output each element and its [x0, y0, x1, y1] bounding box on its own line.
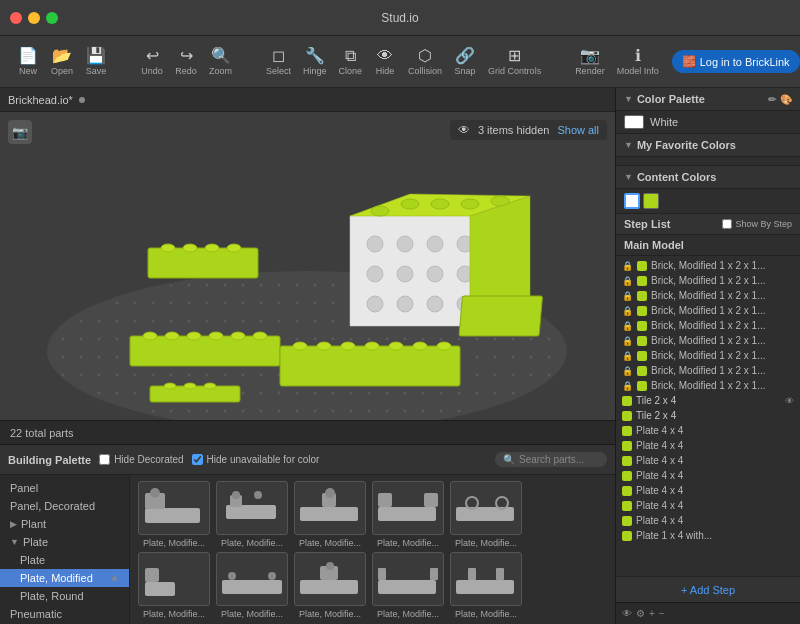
part-cell[interactable]: Plate, Modifie... — [450, 481, 522, 548]
color-swatch[interactable] — [624, 115, 644, 129]
cat-plate-sub[interactable]: Plate — [0, 551, 129, 569]
open-button[interactable]: 📂 Open — [46, 45, 78, 79]
svg-point-20 — [401, 199, 419, 209]
viewport[interactable]: 📷 👁 3 items hidden Show all — [0, 112, 615, 420]
new-button[interactable]: 📄 New — [12, 45, 44, 79]
sidebar-bottom-bar: 👁 ⚙ + − — [616, 602, 800, 624]
undo-button[interactable]: ↩ Undo — [136, 45, 168, 79]
list-item[interactable]: Plate 4 x 4 — [616, 513, 800, 528]
list-item[interactable]: 🔒 Brick, Modified 1 x 2 x 1... — [616, 333, 800, 348]
content-swatch-green[interactable] — [643, 193, 659, 209]
save-button[interactable]: 💾 Save — [80, 45, 112, 79]
svg-point-7 — [427, 236, 443, 252]
edit-icons: ✏ 🎨 — [768, 94, 792, 105]
svg-point-15 — [427, 296, 443, 312]
add-step-button[interactable]: + Add Step — [681, 584, 735, 596]
list-item[interactable]: 🔒 Brick, Modified 1 x 2 x 1... — [616, 318, 800, 333]
palette-icon[interactable]: 🎨 — [780, 94, 792, 105]
list-item[interactable]: Plate 4 x 4 — [616, 483, 800, 498]
list-item[interactable]: Plate 1 x 4 with... — [616, 528, 800, 543]
hide-label: Hide — [376, 66, 395, 76]
list-item[interactable]: 🔒 Brick, Modified 1 x 2 x 1... — [616, 288, 800, 303]
part-cell[interactable]: Plate, Modifie... — [294, 552, 366, 619]
svg-point-45 — [365, 342, 379, 350]
list-item[interactable]: 🔒 Brick, Modified 1 x 2 x 1... — [616, 303, 800, 318]
color-name: White — [650, 116, 792, 128]
camera-view-button[interactable]: 📷 — [8, 120, 32, 144]
grid-controls-button[interactable]: ⊞ Grid Controls — [483, 45, 546, 79]
zoom-button[interactable]: 🔍 Zoom — [204, 45, 237, 79]
cat-panel-decorated[interactable]: Panel, Decorated — [0, 497, 129, 515]
render-button[interactable]: 📷 Render — [570, 45, 610, 79]
svg-rect-76 — [456, 580, 514, 594]
close-button[interactable] — [10, 12, 22, 24]
list-item[interactable]: Plate 4 x 4 — [616, 468, 800, 483]
list-item[interactable]: Plate 4 x 4 — [616, 438, 800, 453]
list-item[interactable]: 🔒 Brick, Modified 1 x 2 x 1... — [616, 258, 800, 273]
cat-plate[interactable]: ▼ Plate — [0, 533, 129, 551]
show-all-button[interactable]: Show all — [557, 124, 599, 136]
parts-search-input[interactable] — [519, 454, 599, 465]
new-label: New — [19, 66, 37, 76]
list-item[interactable]: Tile 2 x 4 — [616, 408, 800, 423]
svg-point-25 — [161, 244, 175, 252]
lock-icon: 🔒 — [622, 261, 633, 271]
part-cell[interactable]: Plate, Modifie... — [372, 481, 444, 548]
part-cell[interactable]: Plate, Modifie... — [294, 481, 366, 548]
palette-toolbar: Building Palette Hide Decorated Hide una… — [0, 445, 615, 475]
hide-icon: 👁 — [377, 48, 393, 64]
hide-unavailable-checkbox[interactable] — [192, 454, 203, 465]
show-by-step-checkbox[interactable] — [722, 219, 732, 229]
list-item[interactable]: Plate 4 x 4 — [616, 423, 800, 438]
settings-icon[interactable]: ⚙ — [636, 608, 645, 619]
svg-point-48 — [437, 342, 451, 350]
parts-row-2: Plate, Modifie... P — [138, 552, 522, 619]
model-info-button[interactable]: ℹ Model Info — [612, 45, 664, 79]
lock-icon: 🔒 — [622, 351, 633, 361]
list-item[interactable]: 🔒 Brick, Modified 1 x 2 x 1... — [616, 348, 800, 363]
list-item[interactable]: 🔒 Brick, Modified 1 x 2 x 1... — [616, 378, 800, 393]
cat-plate-modified[interactable]: Plate, Modified ★ — [0, 569, 129, 587]
bricklink-login-button[interactable]: 🧱 Log in to BrickLink — [672, 50, 800, 73]
eye-icon[interactable]: 👁 — [785, 396, 794, 406]
list-item[interactable]: 🔒 Brick, Modified 1 x 2 x 1... — [616, 363, 800, 378]
part-cell[interactable]: Plate, Modifie... — [216, 481, 288, 548]
snap-button[interactable]: 🔗 Snap — [449, 45, 481, 79]
eye-bottom-icon[interactable]: 👁 — [622, 608, 632, 619]
collision-button[interactable]: ⬡ Collision — [403, 45, 447, 79]
list-item[interactable]: Plate 4 x 4 — [616, 498, 800, 513]
zoom-icon: 🔍 — [211, 48, 231, 64]
content-swatch-white[interactable] — [624, 193, 640, 209]
collision-label: Collision — [408, 66, 442, 76]
plus-icon[interactable]: + — [649, 608, 655, 619]
select-button[interactable]: ◻ Select — [261, 45, 296, 79]
minus-icon[interactable]: − — [659, 608, 665, 619]
pencil-icon[interactable]: ✏ — [768, 94, 776, 105]
list-item[interactable]: Tile 2 x 4 👁 — [616, 393, 800, 408]
minimize-button[interactable] — [28, 12, 40, 24]
clone-button[interactable]: ⧉ Clone — [334, 45, 368, 79]
color-dot — [622, 486, 632, 496]
parts-grid-area: Plate, Modifie... — [130, 475, 615, 624]
part-cell[interactable]: Plate, Modifie... — [216, 552, 288, 619]
camera-icon: 📷 — [12, 125, 28, 140]
list-item[interactable]: 🔒 Brick, Modified 1 x 2 x 1... — [616, 273, 800, 288]
step-list-body[interactable]: 🔒 Brick, Modified 1 x 2 x 1... 🔒 Brick, … — [616, 256, 800, 576]
hinge-button[interactable]: 🔧 Hinge — [298, 45, 332, 79]
lock-icon: 🔒 — [622, 381, 633, 391]
item-label: Brick, Modified 1 x 2 x 1... — [651, 380, 794, 391]
part-cell[interactable]: Plate, Modifie... — [372, 552, 444, 619]
cat-pneumatic[interactable]: Pneumatic — [0, 605, 129, 623]
cat-plate-round[interactable]: Plate, Round — [0, 587, 129, 605]
redo-button[interactable]: ↪ Redo — [170, 45, 202, 79]
hide-decorated-checkbox[interactable] — [99, 454, 110, 465]
part-cell[interactable]: Plate, Modifie... — [138, 552, 210, 619]
part-cell[interactable]: Plate, Modifie... — [138, 481, 210, 548]
render-label: Render — [575, 66, 605, 76]
hide-button[interactable]: 👁 Hide — [369, 45, 401, 79]
cat-panel[interactable]: Panel — [0, 479, 129, 497]
cat-plant[interactable]: ▶ Plant — [0, 515, 129, 533]
list-item[interactable]: Plate 4 x 4 — [616, 453, 800, 468]
maximize-button[interactable] — [46, 12, 58, 24]
part-cell[interactable]: Plate, Modifie... — [450, 552, 522, 619]
